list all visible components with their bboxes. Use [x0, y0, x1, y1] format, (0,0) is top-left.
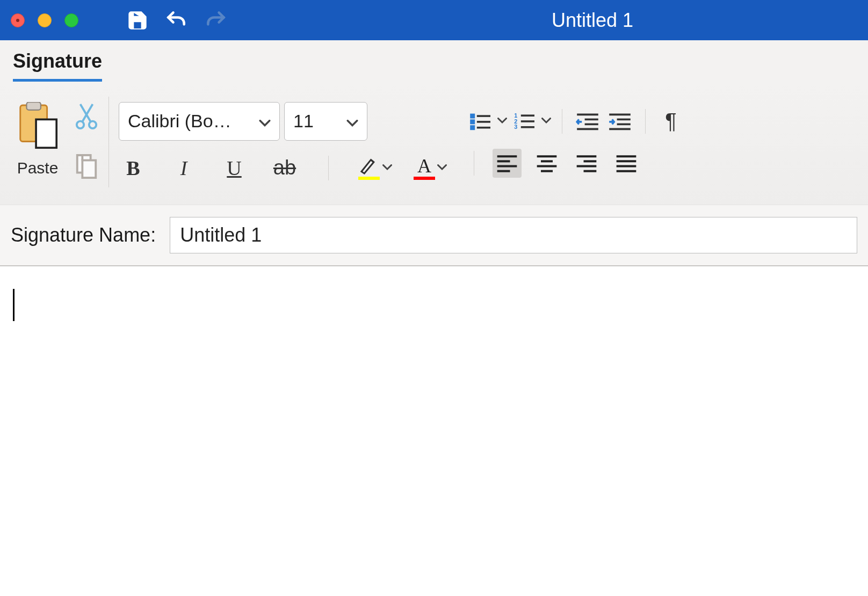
bold-button[interactable]: B — [119, 154, 148, 183]
copy-button[interactable] — [74, 152, 99, 183]
svg-text:3: 3 — [514, 123, 517, 130]
svg-point-3 — [77, 121, 84, 128]
signature-name-input[interactable] — [170, 217, 857, 253]
title-bar: Untitled 1 — [0, 0, 868, 40]
highlight-color-button[interactable] — [358, 156, 380, 180]
svg-rect-1 — [26, 102, 40, 110]
highlight-color-dropdown[interactable] — [382, 162, 392, 173]
paste-label: Paste — [17, 159, 59, 177]
quick-access-toolbar — [127, 9, 228, 32]
signature-name-label: Signature Name: — [11, 224, 156, 246]
signature-name-row: Signature Name: — [0, 205, 868, 266]
maximize-window-button[interactable] — [64, 13, 78, 27]
highlight-color-swatch — [358, 177, 380, 180]
redo-button[interactable] — [204, 9, 228, 32]
ribbon: Paste — [0, 82, 868, 205]
tab-signature[interactable]: Signature — [13, 50, 102, 82]
chevron-down-icon — [259, 111, 271, 132]
svg-rect-9 — [471, 114, 474, 117]
align-left-button[interactable] — [493, 149, 522, 178]
italic-button[interactable]: I — [169, 154, 198, 183]
font-name-value: Calibri (Bo… — [128, 111, 249, 132]
align-right-button[interactable] — [572, 149, 601, 178]
signature-editor[interactable] — [0, 266, 868, 588]
font-color-button[interactable]: A — [414, 156, 435, 180]
divider — [562, 109, 562, 134]
minimize-window-button[interactable] — [38, 13, 52, 27]
strikethrough-button[interactable]: ab — [270, 154, 299, 183]
decrease-indent-button[interactable] — [573, 107, 602, 136]
numbered-list-button[interactable]: 1 2 3 — [510, 107, 539, 136]
cut-button[interactable] — [74, 102, 99, 133]
bullet-list-button[interactable] — [466, 107, 495, 136]
svg-point-4 — [89, 121, 96, 128]
svg-rect-11 — [471, 126, 474, 129]
font-name-combo[interactable]: Calibri (Bo… — [119, 102, 280, 141]
align-justify-button[interactable] — [612, 149, 641, 178]
underline-button[interactable]: U — [220, 154, 249, 183]
svg-rect-8 — [82, 160, 96, 178]
divider — [328, 156, 329, 180]
paste-button[interactable] — [14, 102, 61, 158]
svg-rect-10 — [471, 120, 474, 123]
svg-rect-2 — [36, 119, 56, 148]
increase-indent-button[interactable] — [605, 107, 634, 136]
window-controls — [11, 13, 78, 27]
divider — [474, 151, 474, 176]
clipboard-group: Paste — [10, 92, 108, 192]
font-group: Calibri (Bo… 11 B I U ab — [109, 92, 457, 192]
undo-button[interactable] — [164, 9, 188, 32]
numbered-list-dropdown[interactable] — [541, 115, 551, 127]
bullet-list-dropdown[interactable] — [497, 115, 507, 127]
paragraph-group: 1 2 3 — [457, 92, 695, 192]
font-color-dropdown[interactable] — [437, 162, 447, 173]
text-cursor — [13, 289, 15, 321]
align-center-button[interactable] — [532, 149, 561, 178]
window-title: Untitled 1 — [552, 9, 633, 31]
font-size-value: 11 — [293, 111, 337, 132]
svg-line-6 — [81, 104, 91, 122]
font-color-swatch — [414, 177, 435, 180]
ribbon-tab-bar: Signature — [0, 40, 868, 82]
save-button[interactable] — [127, 10, 148, 31]
divider — [645, 109, 646, 134]
close-window-button[interactable] — [11, 13, 25, 27]
chevron-down-icon — [346, 111, 358, 132]
paragraph-marks-button[interactable]: ¶ — [656, 107, 685, 136]
svg-line-5 — [82, 104, 92, 122]
font-size-combo[interactable]: 11 — [284, 102, 367, 141]
